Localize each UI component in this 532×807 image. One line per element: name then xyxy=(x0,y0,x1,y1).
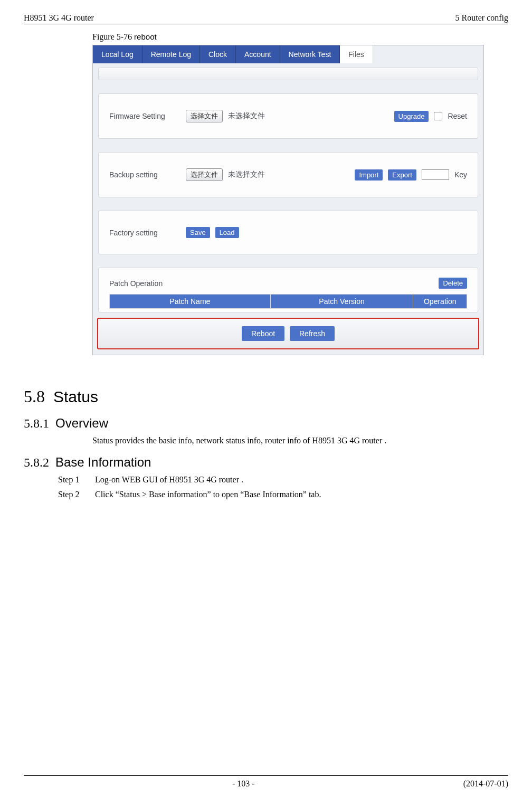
backup-choose-file-button[interactable]: 选择文件 xyxy=(186,168,223,181)
section-5-8-heading: 5.8 Status xyxy=(24,387,508,406)
section-5-8-2-number: 5.8.2 xyxy=(24,455,49,469)
step-2-label: Step 2 xyxy=(58,490,90,499)
firmware-setting-panel: Firmware Setting 选择文件 未选择文件 Upgrade Rese… xyxy=(98,93,478,139)
key-label: Key xyxy=(454,170,467,179)
tab-remote-log[interactable]: Remote Log xyxy=(142,45,200,63)
section-5-8-1-number: 5.8.1 xyxy=(24,416,49,430)
step-2-text: Click “Status > Base information” to ope… xyxy=(95,490,321,499)
overview-paragraph: Status provides the basic info, network … xyxy=(92,436,508,445)
firmware-label: Firmware Setting xyxy=(109,112,180,120)
patch-operation-panel: Patch Operation Delete Patch Name Patch … xyxy=(98,268,478,312)
key-input[interactable] xyxy=(422,169,449,180)
doc-header-left: H8951 3G 4G router xyxy=(24,13,94,23)
backup-no-file-text: 未选择文件 xyxy=(228,170,265,179)
section-5-8-2-title: Base Information xyxy=(55,455,151,469)
export-button[interactable]: Export xyxy=(388,169,416,181)
section-5-8-1-heading: 5.8.1 Overview xyxy=(24,416,508,431)
tab-account[interactable]: Account xyxy=(236,45,280,63)
figure-title: reboot xyxy=(134,32,157,41)
page-number: - 103 - xyxy=(24,779,463,789)
step-1-label: Step 1 xyxy=(58,475,90,485)
firmware-no-file-text: 未选择文件 xyxy=(228,111,265,121)
factory-setting-panel: Factory setting Save Load xyxy=(98,211,478,254)
upgrade-button[interactable]: Upgrade xyxy=(394,111,429,122)
doc-header-right: 5 Router config xyxy=(455,13,508,23)
tab-bar: Local Log Remote Log Clock Account Netwo… xyxy=(93,45,483,63)
tab-local-log[interactable]: Local Log xyxy=(93,45,142,63)
factory-label: Factory setting xyxy=(109,229,180,237)
patch-table: Patch Name Patch Version Operation xyxy=(109,294,467,309)
col-patch-name: Patch Name xyxy=(110,295,271,309)
figure-caption: Figure 5-76 reboot xyxy=(92,32,508,42)
action-bar-highlighted: Reboot Refresh xyxy=(97,318,479,349)
tab-network-test[interactable]: Network Test xyxy=(280,45,340,63)
backup-setting-panel: Backup setting 选择文件 未选择文件 Import Export … xyxy=(98,152,478,197)
section-5-8-1-title: Overview xyxy=(55,416,108,430)
doc-header: H8951 3G 4G router 5 Router config xyxy=(24,13,508,24)
save-button[interactable]: Save xyxy=(186,227,210,238)
step-1-row: Step 1 Log-on WEB GUI of H8951 3G 4G rou… xyxy=(58,475,508,485)
reboot-button[interactable]: Reboot xyxy=(242,326,284,341)
footer-date: (2014-07-01) xyxy=(463,779,508,789)
section-5-8-number: 5.8 xyxy=(24,387,45,406)
col-patch-version: Patch Version xyxy=(270,295,413,309)
refresh-button[interactable]: Refresh xyxy=(290,326,335,341)
load-button[interactable]: Load xyxy=(215,227,239,238)
title-bar-placeholder xyxy=(98,68,478,80)
reset-checkbox[interactable] xyxy=(434,112,442,120)
step-1-text: Log-on WEB GUI of H8951 3G 4G router . xyxy=(95,475,243,485)
section-5-8-title: Status xyxy=(53,388,98,405)
delete-button[interactable]: Delete xyxy=(439,278,467,289)
reset-label: Reset xyxy=(448,112,467,120)
tab-clock[interactable]: Clock xyxy=(200,45,236,63)
patch-operation-label: Patch Operation xyxy=(109,279,163,288)
section-5-8-2-heading: 5.8.2 Base Information xyxy=(24,455,508,470)
col-operation: Operation xyxy=(413,295,467,309)
router-ui-screenshot: Local Log Remote Log Clock Account Netwo… xyxy=(92,45,484,355)
figure-number: Figure 5-76 xyxy=(92,32,134,41)
doc-footer: - 103 - (2014-07-01) xyxy=(24,775,508,789)
step-2-row: Step 2 Click “Status > Base information”… xyxy=(58,490,508,499)
import-button[interactable]: Import xyxy=(355,169,383,181)
backup-label: Backup setting xyxy=(109,170,180,179)
tab-files[interactable]: Files xyxy=(340,45,373,63)
firmware-choose-file-button[interactable]: 选择文件 xyxy=(186,110,223,122)
